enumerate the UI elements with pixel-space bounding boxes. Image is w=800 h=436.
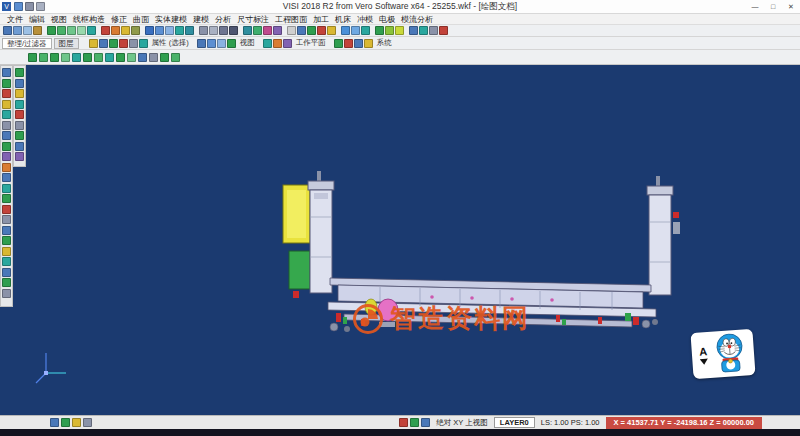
toolbar-icon[interactable] — [207, 39, 216, 48]
toolbar-icon[interactable] — [341, 26, 350, 35]
toolbar-icon[interactable] — [317, 26, 326, 35]
toolbar-icon[interactable] — [101, 26, 110, 35]
toolbar-icon[interactable] — [83, 418, 92, 427]
toolbar-icon[interactable] — [385, 26, 394, 35]
toolbar-icon[interactable] — [419, 26, 428, 35]
toolbar-icon[interactable] — [83, 53, 92, 62]
toolbar-icon[interactable] — [395, 26, 404, 35]
toolbar-icon[interactable] — [185, 26, 194, 35]
menu-item[interactable]: 尺寸标注 — [234, 14, 272, 25]
menu-item[interactable]: 修正 — [108, 14, 130, 25]
toolbar-icon[interactable] — [145, 26, 154, 35]
toolbar-icon[interactable] — [263, 26, 272, 35]
toolbar-icon[interactable] — [50, 53, 59, 62]
toolbar-icon[interactable] — [23, 26, 32, 35]
cad-model-view[interactable] — [0, 65, 800, 415]
toolbar-icon[interactable] — [61, 418, 70, 427]
toolbar-icon[interactable] — [361, 26, 370, 35]
toolbar-icon[interactable] — [307, 26, 316, 35]
menu-item[interactable]: 加工 — [310, 14, 332, 25]
tab-organize-filter[interactable]: 整理/过滤器 — [2, 38, 52, 49]
toolbar-icon[interactable] — [283, 39, 292, 48]
toolbar-icon[interactable] — [209, 26, 218, 35]
toolbar-icon[interactable] — [175, 26, 184, 35]
toolbar-icon[interactable] — [219, 26, 228, 35]
toolbar-icon[interactable] — [131, 26, 140, 35]
toolbar-icon[interactable] — [227, 39, 236, 48]
toolbar-icon[interactable] — [111, 26, 120, 35]
toolbar-icon[interactable] — [410, 418, 419, 427]
undo-icon[interactable] — [25, 2, 34, 11]
toolbar-icon[interactable] — [13, 26, 22, 35]
toolbar-icon[interactable] — [364, 39, 373, 48]
toolbar-icon[interactable] — [217, 39, 226, 48]
toolbar-icon[interactable] — [67, 26, 76, 35]
toolbar-icon[interactable] — [171, 53, 180, 62]
toolbar-icon[interactable] — [327, 26, 336, 35]
toolbar-icon[interactable] — [199, 26, 208, 35]
toolbar-icon[interactable] — [33, 26, 42, 35]
toolbar-icon[interactable] — [253, 26, 262, 35]
toolbar-icon[interactable] — [273, 26, 282, 35]
toolbar-icon[interactable] — [149, 53, 158, 62]
toolbar-icon[interactable] — [50, 418, 59, 427]
menu-item[interactable]: 分析 — [212, 14, 234, 25]
toolbar-icon[interactable] — [273, 39, 282, 48]
toolbar-icon[interactable] — [439, 26, 448, 35]
toolbar-icon[interactable] — [121, 26, 130, 35]
toolbar-icon[interactable] — [39, 53, 48, 62]
save-icon[interactable] — [14, 2, 23, 11]
menu-item[interactable]: 工程图面 — [272, 14, 310, 25]
menu-item[interactable]: 曲面 — [130, 14, 152, 25]
toolbar-icon[interactable] — [344, 39, 353, 48]
toolbar-icon[interactable] — [165, 26, 174, 35]
toolbar-icon[interactable] — [155, 26, 164, 35]
toolbar-icon[interactable] — [263, 39, 272, 48]
toolbar-icon[interactable] — [99, 39, 108, 48]
view-mode-label[interactable]: 绝对 XY 上视图 — [436, 418, 488, 428]
model-green-block[interactable] — [289, 251, 310, 289]
toolbar-icon[interactable] — [127, 53, 136, 62]
toolbar-icon[interactable] — [72, 418, 81, 427]
toolbar-icon[interactable] — [297, 26, 306, 35]
toolbar-icon[interactable] — [57, 26, 66, 35]
toolbar-icon[interactable] — [61, 53, 70, 62]
menu-item[interactable]: 模流分析 — [398, 14, 436, 25]
toolbar-icon[interactable] — [89, 39, 98, 48]
toolbar-icon[interactable] — [87, 26, 96, 35]
toolbar-icon[interactable] — [421, 418, 430, 427]
maximize-button[interactable]: □ — [764, 0, 782, 13]
toolbar-icon[interactable] — [409, 26, 418, 35]
redo-icon[interactable] — [36, 2, 45, 11]
active-layer-badge[interactable]: LAYER0 — [494, 417, 535, 428]
toolbar-icon[interactable] — [105, 53, 114, 62]
toolbar-icon[interactable] — [334, 39, 343, 48]
toolbar-icon[interactable] — [47, 26, 56, 35]
toolbar-icon[interactable] — [109, 39, 118, 48]
toolbar-icon[interactable] — [375, 26, 384, 35]
toolbar-icon[interactable] — [72, 53, 81, 62]
toolbar-icon[interactable] — [399, 418, 408, 427]
menu-item[interactable]: 实体建模 — [152, 14, 190, 25]
toolbar-icon[interactable] — [354, 39, 363, 48]
toolbar-icon[interactable] — [28, 53, 37, 62]
toolbar-icon[interactable] — [139, 39, 148, 48]
toolbar-icon[interactable] — [160, 53, 169, 62]
toolbar-icon[interactable] — [3, 26, 12, 35]
menu-item[interactable]: 建模 — [190, 14, 212, 25]
toolbar-icon[interactable] — [129, 39, 138, 48]
toolbar-icon[interactable] — [197, 39, 206, 48]
close-button[interactable]: ✕ — [782, 0, 800, 13]
minimize-button[interactable]: — — [746, 0, 764, 13]
toolbar-icon[interactable] — [229, 26, 238, 35]
model-right-column[interactable] — [649, 195, 671, 295]
toolbar-icon[interactable] — [116, 53, 125, 62]
menu-item[interactable]: 电极 — [376, 14, 398, 25]
viewport-3d[interactable]: 智造资料网 A — [0, 65, 800, 415]
menu-item[interactable]: 冲模 — [354, 14, 376, 25]
toolbar-icon[interactable] — [429, 26, 438, 35]
toolbar-icon[interactable] — [77, 26, 86, 35]
toolbar-icon[interactable] — [243, 26, 252, 35]
model-left-column[interactable] — [310, 190, 332, 293]
menu-item[interactable]: 机床 — [332, 14, 354, 25]
